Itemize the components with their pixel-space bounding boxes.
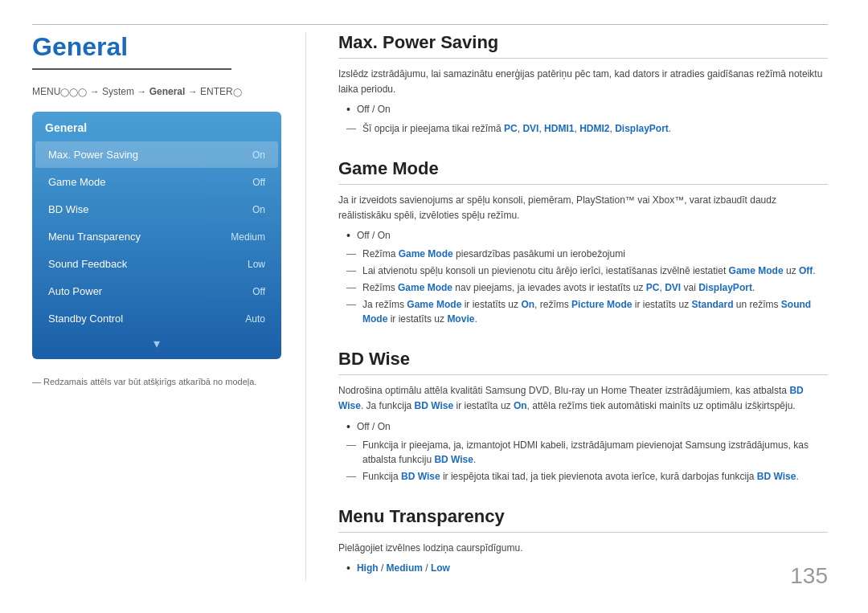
menu-item-game-mode[interactable]: Game Mode Off <box>35 169 278 195</box>
dash-item-bd-2: Funkcija BD Wise ir iespējota tikai tad,… <box>346 469 828 484</box>
left-panel: General MENU◯◯◯ → System → General → ENT… <box>32 32 305 581</box>
vertical-divider <box>305 32 306 581</box>
menu-item-auto-power[interactable]: Auto Power Off <box>35 278 278 304</box>
dash-item-1: Šī opcija ir pieejama tikai režīmā PC, D… <box>346 121 828 136</box>
page-number: 135 <box>790 563 828 589</box>
right-panel: Max. Power Saving Izslēdz izstrādājumu, … <box>330 32 828 581</box>
section-desc: Nodrošina optimālu attēla kvalitāti Sams… <box>338 383 828 414</box>
section-bd-wise: BD Wise Nodrošina optimālu attēla kvalit… <box>338 349 828 484</box>
breadcrumb: MENU◯◯◯ → System → General → ENTER◯ <box>32 86 281 97</box>
section-body-bd-wise: Nodrošina optimālu attēla kvalitāti Sams… <box>338 383 828 484</box>
dash-text: Šī opcija ir pieejama tikai režīmā PC, D… <box>362 121 671 136</box>
section-title-game-mode: Game Mode <box>338 158 828 185</box>
bullet-off-on-game: Off / On <box>346 228 828 243</box>
page-title: General <box>32 32 231 70</box>
menu-item-label: Game Mode <box>48 176 106 188</box>
menu-item-value: Medium <box>231 231 265 243</box>
menu-item-value: Auto <box>245 313 265 325</box>
dash-item-game-1: Režīma Game Mode piesardzības pasākumi u… <box>346 247 828 261</box>
dash-text: Lai atvienotu spēļu konsoli un pievienot… <box>362 264 816 278</box>
dash-text: Režīma Game Mode piesardzības pasākumi u… <box>362 247 625 261</box>
section-max-power-saving: Max. Power Saving Izslēdz izstrādājumu, … <box>338 32 828 136</box>
section-desc: Izslēdz izstrādājumu, lai samazinātu ene… <box>338 67 828 97</box>
menu-item-label: BD Wise <box>48 203 89 215</box>
menu-item-label: Standby Control <box>48 313 123 325</box>
menu-item-label: Menu Transparency <box>48 231 141 243</box>
section-game-mode: Game Mode Ja ir izveidots savienojums ar… <box>338 158 828 327</box>
menu-item-label: Auto Power <box>48 285 102 297</box>
bullet-text: Off / On <box>357 419 391 435</box>
menu-item-bd-wise[interactable]: BD Wise On <box>35 196 278 223</box>
section-body-menu-transparency: Pielāgojiet izvēlnes lodziņa caurspīdīgu… <box>338 541 828 576</box>
dash-item-game-4: Ja režīms Game Mode ir iestatīts uz On, … <box>346 297 828 326</box>
footnote: ― Redzamais attēls var būt atšķirīgs atk… <box>32 375 281 389</box>
menu-box: General Max. Power Saving On Game Mode O… <box>32 112 281 359</box>
section-menu-transparency: Menu Transparency Pielāgojiet izvēlnes l… <box>338 506 828 576</box>
dash-text: Funkcija BD Wise ir iespējota tikai tad,… <box>362 469 799 484</box>
bullet-off-on-bd: Off / On <box>346 419 828 435</box>
dash-item-game-3: Režīms Game Mode nav pieejams, ja ievade… <box>346 280 828 295</box>
section-body-game-mode: Ja ir izveidots savienojums ar spēļu kon… <box>338 193 828 327</box>
section-desc: Pielāgojiet izvēlnes lodziņa caurspīdīgu… <box>338 541 828 556</box>
menu-item-value: Off <box>252 177 265 188</box>
menu-item-sound-feedback[interactable]: Sound Feedback Low <box>35 251 278 277</box>
bullet-text: Off / On <box>357 228 391 243</box>
bullet-high-medium-low: High / Medium / Low <box>346 561 828 576</box>
menu-item-menu-transparency[interactable]: Menu Transparency Medium <box>35 223 278 250</box>
menu-item-label: Sound Feedback <box>48 258 127 270</box>
dash-text: Funkcija ir pieejama, ja, izmantojot HDM… <box>362 438 828 467</box>
menu-item-max-power-saving[interactable]: Max. Power Saving On <box>35 141 278 168</box>
dash-text: Ja režīms Game Mode ir iestatīts uz On, … <box>362 297 828 326</box>
dash-item-bd-1: Funkcija ir pieejama, ja, izmantojot HDM… <box>346 438 828 467</box>
bullet-text: High / Medium / Low <box>357 561 450 576</box>
menu-item-value: On <box>252 204 265 215</box>
section-title-max-power-saving: Max. Power Saving <box>338 32 828 59</box>
section-title-menu-transparency: Menu Transparency <box>338 506 828 533</box>
breadcrumb-text: MENU◯◯◯ → System → General → ENTER◯ <box>32 86 242 97</box>
section-desc: Ja ir izveidots savienojums ar spēļu kon… <box>338 193 828 223</box>
section-body-max-power-saving: Izslēdz izstrādājumu, lai samazinātu ene… <box>338 67 828 136</box>
menu-item-value: Low <box>248 259 265 270</box>
footnote-text: ― Redzamais attēls var būt atšķirīgs atk… <box>32 377 256 386</box>
bullet-text: Off / On <box>357 102 391 117</box>
menu-item-standby-control[interactable]: Standby Control Auto <box>35 305 278 332</box>
menu-item-value: On <box>252 149 265 161</box>
top-divider <box>32 24 828 25</box>
menu-item-label: Max. Power Saving <box>48 149 138 161</box>
menu-box-title: General <box>32 113 281 141</box>
dash-item-game-2: Lai atvienotu spēļu konsoli un pievienot… <box>346 264 828 278</box>
bullet-off-on: Off / On <box>346 102 828 117</box>
section-title-bd-wise: BD Wise <box>338 349 828 375</box>
menu-item-value: Off <box>252 286 265 297</box>
menu-more-icon[interactable]: ▾ <box>32 333 281 354</box>
dash-text: Režīms Game Mode nav pieejams, ja ievade… <box>362 280 755 295</box>
